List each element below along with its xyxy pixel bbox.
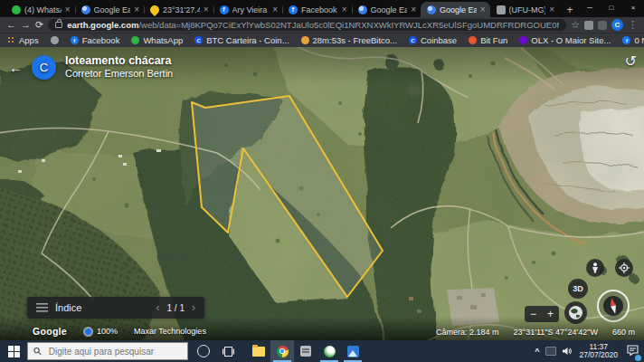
windows-taskbar: ^ 11:37 27/07/2020: [0, 340, 644, 362]
index-bar[interactable]: Índice ‹ 1 / 1 ›: [27, 297, 204, 319]
system-tray: ^ 11:37 27/07/2020: [535, 343, 644, 360]
new-tab-button[interactable]: +: [561, 2, 579, 17]
tab-title: Facebook: [301, 5, 338, 14]
extension-icon[interactable]: [584, 21, 593, 30]
taskbar-app-photos[interactable]: [341, 340, 365, 362]
start-button[interactable]: [0, 340, 27, 362]
placemark-subtitle: Corretor Emerson Bertin: [65, 68, 173, 80]
pegman-button[interactable]: [586, 259, 604, 277]
browser-tab[interactable]: (UFU-MG)o m×: [490, 2, 560, 17]
bookmark-item[interactable]: f0 Notificações: [622, 35, 644, 45]
action-center-icon[interactable]: [627, 343, 639, 359]
my-location-icon: [619, 262, 630, 273]
facebook-favicon: f: [289, 5, 298, 14]
volume-icon[interactable]: [563, 347, 573, 356]
bookmark-item[interactable]: OLX - O Maior Site...: [519, 35, 611, 45]
browser-tab[interactable]: Google Earth×: [352, 2, 421, 17]
url-domain: earth.google.com: [67, 20, 138, 30]
tab-close-icon[interactable]: ×: [480, 5, 486, 14]
bookmark-item[interactable]: Apps: [7, 35, 39, 45]
taskbar-app-chrome[interactable]: [270, 340, 294, 362]
google-earth-pro-icon: [324, 346, 336, 357]
tab-close-icon[interactable]: ×: [411, 5, 416, 14]
facebook-icon: f: [622, 36, 630, 44]
bitfun-icon: [469, 36, 477, 44]
browser-tab[interactable]: Google Earth×: [421, 2, 490, 17]
bookmark-item[interactable]: 28m:53s - FreeBitco...: [301, 35, 397, 45]
tab-close-icon[interactable]: ×: [65, 5, 71, 14]
browser-tab[interactable]: 23°31'27.4"S 4×: [144, 2, 213, 17]
bookmark-item[interactable]: CBTC Carteira - Coin...: [194, 35, 289, 45]
tab-close-icon[interactable]: ×: [134, 5, 139, 14]
bookmark-star-icon[interactable]: ☆: [571, 20, 580, 30]
bookmark-item[interactable]: Bit Fun: [469, 35, 507, 45]
facebook-favicon: f: [220, 5, 229, 14]
tab-close-icon[interactable]: ×: [204, 5, 209, 14]
my-location-button[interactable]: [615, 259, 633, 277]
bookmark-label: Bit Fun: [480, 35, 507, 45]
placemark-title: loteamento chácara: [65, 54, 173, 68]
freebitco-icon: [301, 36, 309, 44]
next-page-icon[interactable]: ›: [192, 301, 195, 314]
browser-tab[interactable]: fAry Vieira | Fa×: [213, 2, 283, 17]
coinbase-icon: C: [409, 36, 417, 44]
tab-title: (UFU-MG)o m: [509, 5, 546, 14]
earth-favicon: [427, 5, 436, 14]
browser-tab[interactable]: Google Earth×: [75, 2, 145, 17]
search-input[interactable]: [47, 346, 182, 357]
placemark-avatar[interactable]: C: [32, 55, 56, 80]
page-indicator: 1 / 1: [167, 303, 185, 313]
tab-close-icon[interactable]: ×: [549, 5, 554, 14]
google-logo: Google: [33, 326, 67, 337]
placemark-header: ← C loteamento chácara Corretor Emerson …: [9, 54, 173, 80]
pegman-icon: [591, 262, 600, 273]
imagery-provider: Maxar Technologies: [134, 327, 206, 336]
address-bar[interactable]: earth.google.com/web/data=Mj8KPQo7CiExYl…: [48, 19, 566, 31]
url-text: earth.google.com/web/data=Mj8KPQo7CiExYl…: [67, 20, 559, 30]
search-icon: [33, 347, 42, 356]
tab-close-icon[interactable]: ×: [272, 5, 278, 14]
reload-button[interactable]: ⟳: [35, 20, 43, 30]
cortana-icon[interactable]: [197, 345, 210, 357]
url-path: /web/data=Mj8KPQo7CiExYlYwbS02NTJaUlo5c0…: [138, 20, 559, 30]
taskbar-apps: [247, 340, 365, 362]
bookmark-label: Facebook: [82, 35, 120, 45]
reset-view-icon[interactable]: ↺: [625, 52, 637, 70]
prev-page-icon[interactable]: ‹: [156, 301, 160, 314]
photos-icon: [347, 346, 359, 357]
tab-title: (4) WhatsApp: [24, 5, 62, 14]
back-button[interactable]: ←: [6, 20, 16, 30]
taskbar-clock[interactable]: 11:37 27/07/2020: [579, 343, 618, 360]
maximize-button[interactable]: □: [601, 0, 622, 14]
browser-tab[interactable]: (4) WhatsApp×: [5, 2, 75, 17]
bookmark-item[interactable]: WhatsApp: [131, 35, 183, 45]
taskbar-app-document-app[interactable]: [294, 340, 317, 362]
taskbar-app-google-earth-pro[interactable]: [317, 340, 341, 362]
profile-avatar[interactable]: C: [611, 19, 623, 31]
browser-menu-icon[interactable]: ⋮: [628, 20, 638, 30]
close-button[interactable]: ×: [622, 0, 644, 14]
apps-icon: [7, 36, 15, 44]
bookmark-item[interactable]: fFacebook: [71, 35, 120, 45]
tab-close-icon[interactable]: ×: [342, 5, 347, 14]
back-arrow-icon[interactable]: ←: [9, 61, 23, 74]
taskbar-app-file-explorer[interactable]: [247, 340, 270, 362]
tray-app-icon[interactable]: [545, 347, 556, 356]
bookmark-item[interactable]: [51, 36, 59, 44]
browser-tab[interactable]: fFacebook×: [282, 2, 352, 17]
bookmark-label: 0 Notificações: [634, 35, 644, 45]
extensions-menu-icon[interactable]: [598, 21, 607, 30]
bookmark-item[interactable]: CCoinbase: [409, 35, 457, 45]
stream-percent: 100%: [97, 327, 118, 336]
google-earth-view[interactable]: ← C loteamento chácara Corretor Emerson …: [0, 47, 644, 340]
3d-button[interactable]: 3D: [568, 279, 588, 299]
taskbar-search[interactable]: [27, 342, 188, 360]
hidden-icons-chevron[interactable]: ^: [535, 347, 539, 356]
menu-icon[interactable]: [36, 303, 48, 312]
minimize-button[interactable]: ─: [579, 0, 601, 14]
whatsapp-icon: [131, 36, 139, 44]
forward-button[interactable]: →: [21, 20, 31, 30]
pin-favicon: [148, 3, 161, 15]
task-view-icon[interactable]: [223, 347, 234, 357]
bookmark-label: OLX - O Maior Site...: [531, 35, 611, 45]
